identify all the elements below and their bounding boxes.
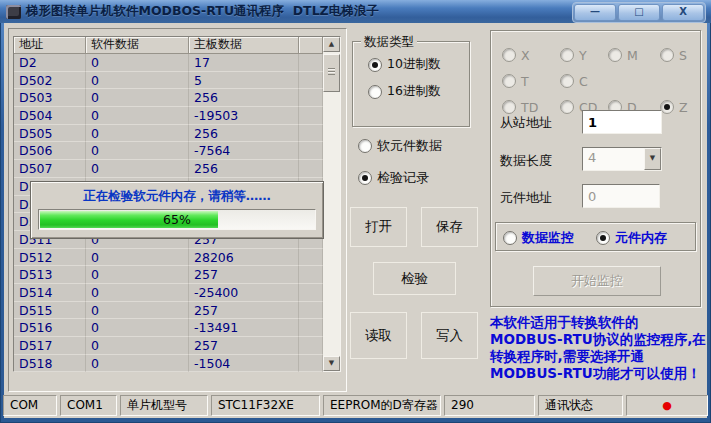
chevron-down-icon: ▼ [644,148,661,170]
radio-element-memory-circle [596,231,610,245]
column-header-software-data[interactable]: 软件数据 [86,37,189,54]
status-panel: COM [3,395,57,416]
radio-check-record[interactable]: 检验记录 [358,169,429,187]
radio-hexadecimal-circle [368,85,382,99]
info-line: MODBUS-RTU协议的监控程序,在 [490,331,706,348]
save-button[interactable]: 保存 [421,207,478,247]
verify-button[interactable]: 检验 [373,262,456,295]
radio-data-monitor-circle [503,231,517,245]
radio-soft-element-circle [358,139,372,153]
close-button[interactable]: X [662,4,704,21]
data-length-value: 4 [583,148,644,170]
table-row[interactable]: D5040-19503 [14,107,323,125]
radio-device-label: X [521,48,530,63]
element-address-label: 元件地址 [500,186,552,210]
column-header-board-data[interactable]: 主板数据 [189,37,299,54]
scrollbar-track[interactable] [323,52,340,356]
radio-device-circle [560,48,574,62]
data-length-label: 数据长度 [500,149,552,173]
status-panel: 单片机型号 [120,395,208,416]
status-panel: EEPROM的D寄存器 [323,395,441,416]
radio-device-label: T [521,74,529,89]
table-row[interactable]: D5030256 [14,89,323,107]
radio-device-circle [502,74,516,88]
status-dot-icon: ● [662,399,672,412]
table-row[interactable]: D5180-1504 [14,355,323,373]
radio-device-c: C [560,74,608,89]
table-row[interactable]: D5140-25400 [14,284,323,302]
radio-device-z: Z [660,100,696,115]
comm-status-panel: ● [626,395,708,416]
radio-soft-element-label: 软元件数据 [377,137,442,155]
radio-data-monitor-label: 数据监控 [522,229,574,247]
minimize-button[interactable]: — [574,4,616,21]
status-bar: COMCOM1单片机型号STC11F32XEEEPROM的D寄存器290通讯状态… [3,395,708,416]
radio-hexadecimal[interactable]: 16进制数 [368,83,440,100]
slave-address-input[interactable] [582,110,662,134]
write-button[interactable]: 写入 [421,312,478,359]
table-row[interactable]: D5130257 [14,266,323,284]
info-text: 本软件适用于转换软件的MODBUS-RTU协议的监控程序,在转换程序时,需要选择… [490,314,706,382]
radio-device-m: M [608,48,660,63]
radio-device-label: S [679,48,687,63]
radio-decimal-circle [368,58,382,72]
column-header-extra [299,37,323,54]
table-row[interactable]: D5170257 [14,337,323,355]
radio-device-circle [608,48,622,62]
vertical-scrollbar[interactable]: ▲ ▼ [323,37,340,371]
radio-device-label: Y [579,48,587,63]
info-line: 转换程序时,需要选择开通 [490,348,706,365]
app-window: 梯形图转单片机软件MODBOS-RTU通讯程序 DTLZ电梯浪子 — □ X 地… [0,0,711,423]
progress-dialog: 正在检验软元件内存，请稍等…… 65% [30,181,324,239]
scroll-down-icon[interactable]: ▼ [323,356,340,371]
radio-device-circle [560,100,574,114]
table-header: 地址 软件数据 主板数据 [14,37,323,54]
radio-check-record-label: 检验记录 [377,169,429,187]
column-header-address[interactable]: 地址 [14,37,86,54]
radio-device-s: S [660,48,696,63]
radio-soft-element-data[interactable]: 软元件数据 [358,137,442,155]
start-monitor-button: 开始监控 [533,266,661,296]
data-length-dropdown: 4 ▼ [582,147,662,171]
radio-device-circle [660,48,674,62]
read-button[interactable]: 读取 [350,312,407,359]
radio-device-label: Z [679,100,688,115]
status-panel: 290 [444,395,535,416]
radio-element-memory[interactable]: 元件内存 [596,229,667,247]
table-row[interactable]: D512028206 [14,249,323,267]
table-row[interactable]: D5150257 [14,302,323,320]
radio-decimal[interactable]: 10进制数 [368,56,440,73]
scroll-up-icon[interactable]: ▲ [323,37,340,52]
radio-device-circle [502,48,516,62]
radio-device-label: M [627,48,638,63]
table-row[interactable]: D5050256 [14,125,323,143]
radio-device-label: C [579,74,588,89]
table-row[interactable]: D5060-7564 [14,142,323,160]
radio-check-record-circle [358,171,372,185]
radio-device-circle [660,100,674,114]
status-panel: COM1 [60,395,117,416]
status-panel: 通讯状态 [538,395,623,416]
open-button[interactable]: 打开 [350,207,407,247]
radio-device-y: Y [560,48,608,63]
maximize-button[interactable]: □ [618,4,660,21]
radio-element-memory-label: 元件内存 [615,229,667,247]
scrollbar-thumb[interactable] [323,54,340,92]
radio-device-x: X [502,48,560,63]
element-address-input [582,184,660,208]
radio-device-circle [560,74,574,88]
table-row[interactable]: D2017 [14,54,323,72]
progress-percent: 65% [39,212,315,227]
table-row[interactable]: D5070256 [14,160,323,178]
slave-address-label: 从站地址 [500,111,552,135]
info-line: 本软件适用于转换软件的 [490,314,706,331]
radio-hexadecimal-label: 16进制数 [387,83,440,100]
window-controls: — □ X [572,2,706,23]
radio-data-monitor[interactable]: 数据监控 [503,229,574,247]
status-panel: STC11F32XE [211,395,320,416]
table-row[interactable]: D50205 [14,72,323,90]
titlebar: 梯形图转单片机软件MODBOS-RTU通讯程序 DTLZ电梯浪子 — □ X [0,0,711,23]
table-row[interactable]: D5160-13491 [14,319,323,337]
progress-message: 正在检验软元件内存，请稍等…… [31,188,323,205]
info-line: MODBUS-RTU功能才可以使用！ [490,365,706,382]
